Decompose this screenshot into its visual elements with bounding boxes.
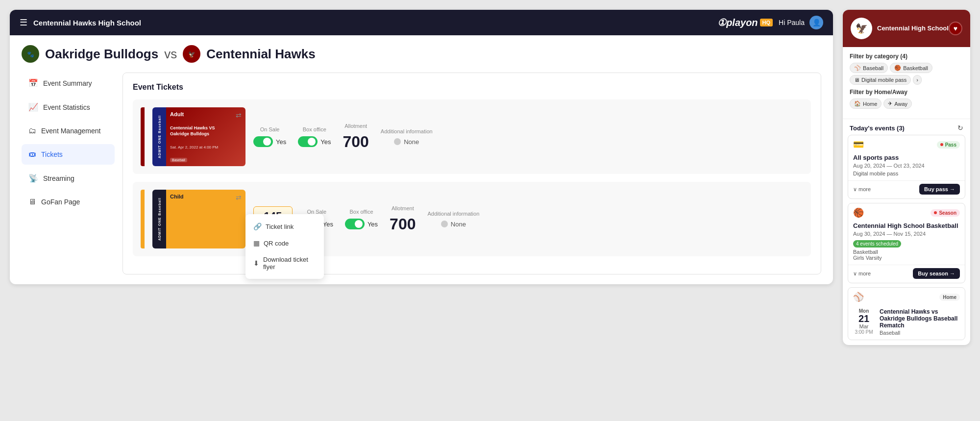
baseball-filter-icon: ⚾ (854, 65, 861, 71)
child-ticket-visual-wrapper: ADMIT ONE Baseball Child ⇄ 🔗 (152, 190, 245, 248)
child-allotment-label: Allotment (392, 205, 414, 211)
child-allotment-value: 700 (390, 215, 416, 233)
child-swap-icon[interactable]: ⇄ (236, 194, 242, 201)
adult-on-sale-field: On Sale Yes (253, 126, 286, 147)
sidebar-label-event-management: Event Management (41, 127, 100, 135)
baseball-date-num: 21 (853, 314, 875, 323)
link-icon: 🔗 (253, 223, 262, 230)
filter-tag-home-label: Home (863, 101, 877, 107)
basketball-season-footer: ∨ more Buy season → (848, 265, 965, 283)
basketball-season-more-link[interactable]: ∨ more (853, 271, 871, 277)
card-icon: 💳 (853, 139, 864, 150)
child-additional-info: None (441, 221, 466, 228)
basketball-season-date: Aug 30, 2024 — Nov 15, 2024 (853, 231, 960, 237)
sidebar-item-gofan-page[interactable]: 🖥 GoFan Page (22, 192, 115, 212)
filter-tag-home[interactable]: 🏠 Home (850, 99, 882, 109)
child-ticket-card-inner: ADMIT ONE Baseball Child ⇄ 🔗 (133, 182, 811, 256)
child-ticket-type: Child (170, 194, 242, 199)
filter-category-label: Filter by category (4) (850, 53, 963, 60)
adult-ticket-info: On Sale Yes Box office Yes (253, 123, 803, 151)
dropdown-download-flyer[interactable]: ⬇ Download ticket flyer (245, 251, 324, 275)
sidebar-item-event-summary[interactable]: 📅 Event Summary (22, 73, 115, 94)
season-badge: Season (931, 209, 960, 217)
baseball-month: Mar (853, 323, 875, 329)
adult-additional-field: Additional information None (381, 128, 433, 146)
digital-filter-icon: 🖥 (854, 77, 859, 83)
child-ticket-card: ADMIT ONE Baseball Child ⇄ 🔗 (133, 182, 811, 256)
adult-box-office-toggle[interactable] (298, 136, 318, 147)
filter-tags: ⚾ Baseball 🏀 Basketball 🖥 Digital mobile… (850, 63, 963, 85)
basketball-season-title: Centennial High School Basketball (853, 222, 960, 229)
adult-ticket-card-inner: ADMIT ONE Baseball Adult Centennial Hawk… (133, 99, 811, 174)
refresh-icon[interactable]: ↻ (957, 124, 963, 132)
sidebar-item-event-statistics[interactable]: 📈 Event Statistics (22, 97, 115, 118)
basketball-season-header: 🏀 Season (848, 203, 965, 220)
child-on-sale-value: Yes (323, 221, 333, 228)
child-additional-field: Additional information None (428, 211, 480, 228)
dropdown-ticket-link[interactable]: 🔗 Ticket link (245, 218, 324, 235)
basketball-filter-icon: 🏀 (894, 65, 901, 71)
sidebar-item-event-management[interactable]: 🗂 Event Management (22, 121, 115, 141)
adult-allotment-label: Allotment (344, 123, 367, 129)
adult-allotment-value: 700 (343, 133, 368, 151)
filter-tag-digital[interactable]: 🖥 Digital mobile pass (850, 75, 911, 85)
dropdown-ticket-link-label: Ticket link (266, 223, 294, 230)
home-filter-icon: 🏠 (854, 100, 861, 107)
filter-tag-more[interactable]: › (913, 75, 922, 85)
dropdown-qr-code[interactable]: ▦ QR code (245, 235, 324, 251)
adult-ticket-red-bar (141, 107, 145, 166)
child-box-office-field: Box office Yes (345, 209, 378, 229)
gofan-icon: 🖥 (28, 198, 36, 206)
adult-box-office-field: Box office Yes (298, 126, 331, 147)
adult-additional-value: None (404, 138, 419, 146)
main-content: 🐾 Oakridge Bulldogs vs 🦅 Centennial Hawk… (10, 35, 833, 284)
greeting-text: Hi Paula (779, 19, 805, 26)
team2-name: Centennial Hawks (206, 47, 316, 62)
adult-ticket-stub: ADMIT ONE Baseball (152, 107, 166, 166)
favorite-heart-icon[interactable]: ♥ (949, 22, 962, 35)
adult-ticket-teams-1: Centennial Hawks VS (170, 125, 242, 131)
playon-text: ①playon (717, 17, 758, 28)
basketball-season-sport: Basketball (853, 249, 960, 255)
tickets-panel: Event Tickets ADMIT ONE Baseball A (122, 73, 821, 274)
adult-on-sale-label: On Sale (260, 126, 280, 132)
child-box-office-value: Yes (368, 221, 378, 228)
all-sports-pass-header: 💳 Pass (848, 135, 965, 152)
buy-season-button[interactable]: Buy season → (913, 268, 960, 279)
nav-title: Centennial Hawks High School (33, 19, 711, 27)
child-box-office-toggle[interactable] (345, 219, 365, 229)
adult-ticket-visual: ADMIT ONE Baseball Adult Centennial Hawk… (152, 107, 245, 166)
sidebar-item-streaming[interactable]: 📡 Streaming (22, 168, 115, 189)
school-name: Centennial High School (877, 25, 949, 33)
events-scheduled-badge: 4 events scheduled (853, 240, 901, 248)
filter-home-away-label: Filter by Home/Away (850, 89, 963, 96)
filter-tag-baseball[interactable]: ⚾ Baseball (850, 63, 888, 73)
buy-pass-button[interactable]: Buy pass → (919, 184, 960, 195)
adult-swap-icon[interactable]: ⇄ (236, 111, 242, 119)
adult-ticket-date: Sat. Apr 2, 2022 at 4:00 PM (170, 145, 242, 149)
filter-home-away-tags: 🏠 Home ✈ Away (850, 99, 963, 109)
pass-badge: Pass (937, 141, 960, 149)
filter-area: Filter by category (4) ⚾ Baseball 🏀 Bask… (843, 47, 970, 119)
adult-on-sale-toggle[interactable] (253, 136, 273, 147)
child-ticket-dropdown: 🔗 Ticket link ▦ QR code ⬇ Download ticke… (245, 214, 324, 279)
event-card-basketball-season: 🏀 Season Centennial High School Basketba… (848, 203, 965, 283)
user-avatar[interactable]: 👤 (809, 16, 823, 29)
all-sports-pass-title: All sports pass (853, 154, 960, 161)
adult-box-office-value: Yes (320, 138, 331, 146)
child-additional-value: None (451, 221, 466, 228)
event-card-all-sports-pass: 💳 Pass All sports pass Aug 20, 2024 — Oc… (848, 135, 965, 199)
child-info-dot (441, 221, 448, 227)
all-sports-pass-more-link[interactable]: ∨ more (853, 186, 871, 193)
school-logo: 🦅 (851, 18, 872, 39)
team1-name: Oakridge Bulldogs (45, 47, 158, 62)
filter-tag-away[interactable]: ✈ Away (883, 99, 912, 109)
adult-additional-info: None (394, 138, 419, 146)
filter-tag-basketball[interactable]: 🏀 Basketball (890, 63, 932, 73)
event-cards: 💳 Pass All sports pass Aug 20, 2024 — Oc… (843, 135, 970, 345)
download-icon: ⬇ (253, 259, 259, 267)
hamburger-icon[interactable]: ☰ (20, 17, 27, 28)
away-filter-icon: ✈ (888, 100, 892, 107)
event-card-baseball-rematch: ⚾ Home Mon 21 Mar 3:00 PM Centennial Haw… (848, 287, 965, 340)
sidebar-item-tickets[interactable]: 🎟 Tickets (22, 144, 115, 165)
